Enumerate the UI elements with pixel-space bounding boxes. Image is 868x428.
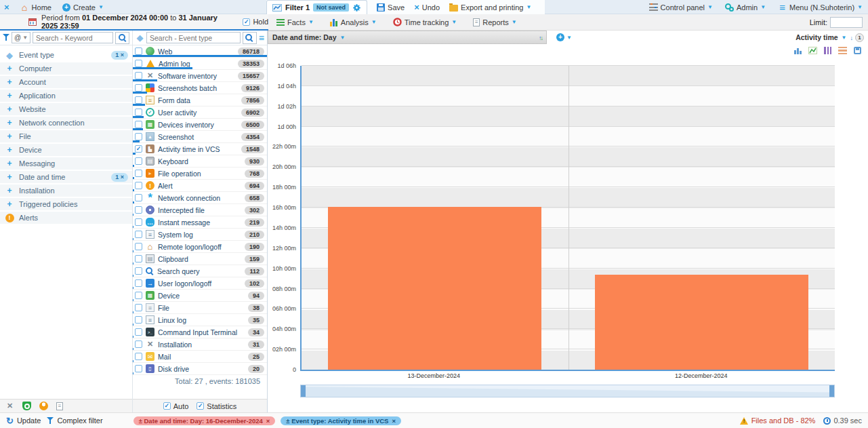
auto-checkbox[interactable]: ✓ Auto xyxy=(163,402,189,410)
row-checkbox[interactable] xyxy=(135,84,142,92)
control-panel-button[interactable]: Control panel ▼ xyxy=(649,3,713,12)
update-button[interactable]: ↻ Update xyxy=(6,416,41,426)
event-type-row[interactable]: Network connection658 xyxy=(133,192,267,204)
group-by-header[interactable]: Date and time: Day ▼ ↑↓ xyxy=(268,31,547,44)
filter-chip[interactable]: ± Date and time: Day: 16-December-2024× xyxy=(133,416,276,425)
menu-facts[interactable]: Facts▼ xyxy=(276,18,314,26)
event-type-row[interactable]: Software inventory15657 xyxy=(133,70,267,82)
search-button[interactable] xyxy=(115,32,129,44)
range-handle-right[interactable] xyxy=(829,385,834,397)
sidebar-item-triggered-policies[interactable]: +Triggered policies xyxy=(0,198,132,210)
event-type-row[interactable]: Intercepted file302 xyxy=(133,204,267,216)
checkbox-checked-icon[interactable]: ✓ xyxy=(243,18,250,26)
event-type-row[interactable]: System log210 xyxy=(133,229,267,241)
sidebar-item-event-type[interactable]: Event type1 × xyxy=(0,49,132,61)
row-checkbox[interactable] xyxy=(135,157,142,165)
event-type-row[interactable]: Instant message219 xyxy=(133,216,267,229)
sidebar-item-account[interactable]: +Account xyxy=(0,76,132,88)
sidebar-item-file[interactable]: +File xyxy=(0,130,132,142)
bar-chart-icon[interactable] xyxy=(793,46,803,55)
row-checkbox[interactable] xyxy=(135,170,142,177)
shield-icon[interactable] xyxy=(22,402,31,410)
sidebar-item-network-connection[interactable]: +Network connection xyxy=(0,117,132,129)
event-type-row[interactable]: Alert694 xyxy=(133,180,267,192)
expand-plus-icon[interactable]: + xyxy=(7,186,12,195)
tools-icon[interactable] xyxy=(5,402,14,410)
filter-count-badge[interactable]: 1 × xyxy=(111,51,128,60)
checkbox-checked-icon[interactable]: ✓ xyxy=(197,402,204,410)
menu-reports[interactable]: Reports▼ xyxy=(473,18,516,26)
event-type-row[interactable]: Linux log35 xyxy=(133,314,267,326)
sidebar-item-device[interactable]: +Device xyxy=(0,144,132,156)
sidebar-item-computer[interactable]: +Computer xyxy=(0,62,132,75)
at-dropdown[interactable]: @▼ xyxy=(12,32,30,43)
row-checkbox[interactable] xyxy=(135,365,142,372)
statistics-checkbox[interactable]: ✓ Statistics xyxy=(197,402,236,410)
row-checkbox[interactable] xyxy=(135,109,142,116)
expand-plus-icon[interactable]: + xyxy=(7,145,12,155)
row-checkbox[interactable] xyxy=(135,292,142,299)
event-type-row[interactable]: User activity6902 xyxy=(133,106,267,119)
event-type-row[interactable]: Admin log38353 xyxy=(133,58,267,70)
range-scrollbar[interactable] xyxy=(300,385,835,397)
bar-12-December-2024[interactable] xyxy=(595,275,808,370)
event-type-row[interactable]: Devices inventory6500 xyxy=(133,119,267,131)
event-type-row[interactable]: User logon/logoff102 xyxy=(133,277,267,290)
expand-plus-icon[interactable]: + xyxy=(7,91,12,100)
user-menu-button[interactable]: Menu (N.Suhoterin) ▼ xyxy=(778,3,863,12)
expand-plus-icon[interactable]: + xyxy=(7,132,12,141)
row-checkbox[interactable] xyxy=(135,133,142,140)
keyword-search-input[interactable] xyxy=(33,32,113,43)
row-checkbox[interactable]: ✓ xyxy=(135,145,142,153)
event-type-row[interactable]: Clipboard159 xyxy=(133,253,267,265)
checkbox-checked-icon[interactable]: ✓ xyxy=(163,402,171,410)
undo-button[interactable]: × Undo xyxy=(414,2,440,12)
expand-plus-icon[interactable]: + xyxy=(7,104,12,114)
sidebar-item-messaging[interactable]: +Messaging xyxy=(0,157,132,170)
row-checkbox[interactable] xyxy=(135,218,142,226)
filter-count-badge[interactable]: 1 × xyxy=(111,173,128,182)
event-type-row[interactable]: Keyboard930 xyxy=(133,155,267,168)
sort-icon[interactable]: ↑↓ xyxy=(539,33,542,41)
sidebar-item-installation[interactable]: +Installation xyxy=(0,184,132,197)
home-button[interactable]: Home xyxy=(20,3,51,12)
row-checkbox[interactable] xyxy=(135,279,142,287)
expand-plus-icon[interactable]: + xyxy=(7,77,12,87)
row-checkbox[interactable] xyxy=(135,47,142,55)
sort-desc-icon[interactable]: ↓ xyxy=(850,33,852,41)
bar-13-December-2024[interactable] xyxy=(328,207,541,370)
admin-button[interactable]: Admin ▼ xyxy=(725,3,766,12)
columns-chart-icon[interactable] xyxy=(823,46,833,55)
tab-filter-1[interactable]: Filter 1 Not saved xyxy=(266,0,367,14)
menu-analysis[interactable]: Analysis▼ xyxy=(330,18,377,26)
row-checkbox[interactable] xyxy=(135,182,142,189)
panel-menu-icon[interactable]: ≡ xyxy=(259,33,264,43)
event-type-row[interactable]: Search query112 xyxy=(133,265,267,277)
save-button[interactable]: Save xyxy=(377,3,405,12)
sidebar-item-application[interactable]: +Application xyxy=(0,90,132,102)
event-type-row[interactable]: Installation31 xyxy=(133,338,267,351)
row-checkbox[interactable] xyxy=(135,194,142,201)
expand-plus-icon[interactable]: + xyxy=(7,118,12,128)
row-checkbox[interactable] xyxy=(135,267,142,275)
report-icon[interactable] xyxy=(56,402,63,410)
expand-plus-icon[interactable]: + xyxy=(7,172,12,182)
stacked-rows-icon[interactable] xyxy=(838,46,848,55)
line-chart-icon[interactable] xyxy=(808,46,818,55)
event-type-row[interactable]: Screenshot4354 xyxy=(133,131,267,143)
series-header[interactable]: Activity time ▼ ↓ 1 xyxy=(795,33,864,42)
period-bar[interactable]: Period from 01 December 2024 00:00 to 31… xyxy=(0,14,268,31)
complex-filter-button[interactable]: Complex filter xyxy=(47,416,102,425)
event-type-row[interactable]: Disk drive20 xyxy=(133,363,267,375)
gear-icon[interactable] xyxy=(352,3,361,12)
row-checkbox[interactable] xyxy=(135,341,142,348)
event-search-button[interactable] xyxy=(243,32,257,44)
row-checkbox[interactable] xyxy=(135,316,142,324)
create-button[interactable]: Create ▼ xyxy=(62,3,104,12)
hold-checkbox[interactable]: ✓ Hold xyxy=(243,18,268,26)
close-icon[interactable]: × xyxy=(4,2,9,12)
row-checkbox[interactable] xyxy=(135,96,142,104)
event-type-row[interactable]: Remote logon/logoff190 xyxy=(133,241,267,253)
row-checkbox[interactable] xyxy=(135,121,142,128)
filter-chip[interactable]: ± Event type: Activity time in VCS× xyxy=(281,416,401,425)
